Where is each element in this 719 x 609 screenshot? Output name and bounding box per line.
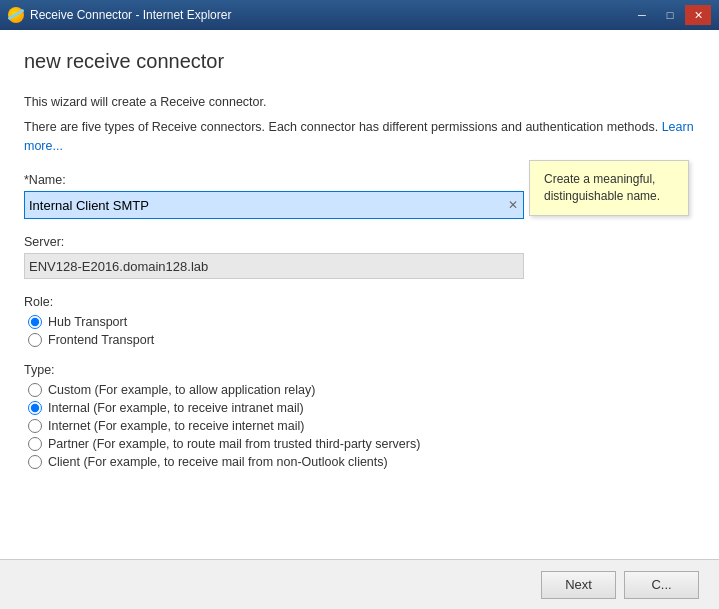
role-frontend-item[interactable]: Frontend Transport — [28, 333, 695, 347]
type-internal-label: Internal (For example, to receive intran… — [48, 401, 304, 415]
role-frontend-radio[interactable] — [28, 333, 42, 347]
type-custom-item[interactable]: Custom (For example, to allow applicatio… — [28, 383, 695, 397]
title-bar-controls: ─ □ ✕ — [629, 5, 711, 25]
server-section: Server: — [24, 235, 695, 279]
type-client-radio[interactable] — [28, 455, 42, 469]
role-label: Role: — [24, 295, 695, 309]
type-custom-radio[interactable] — [28, 383, 42, 397]
minimize-button[interactable]: ─ — [629, 5, 655, 25]
description-line2: There are five types of Receive connecto… — [24, 118, 695, 156]
window-title: Receive Connector - Internet Explorer — [30, 8, 231, 22]
cancel-button[interactable]: C... — [624, 571, 699, 599]
tooltip-text: Create a meaningful, distinguishable nam… — [544, 172, 660, 203]
ie-icon — [8, 7, 24, 23]
role-section: Role: Hub Transport Frontend Transport — [24, 295, 695, 347]
name-input-wrapper: ✕ — [24, 191, 524, 219]
content-area: new receive connector This wizard will c… — [0, 30, 719, 559]
type-partner-radio[interactable] — [28, 437, 42, 451]
maximize-button[interactable]: □ — [657, 5, 683, 25]
type-label: Type: — [24, 363, 695, 377]
name-input[interactable] — [24, 191, 524, 219]
type-client-item[interactable]: Client (For example, to receive mail fro… — [28, 455, 695, 469]
clear-button[interactable]: ✕ — [506, 196, 520, 214]
role-hub-label: Hub Transport — [48, 315, 127, 329]
description-line1: This wizard will create a Receive connec… — [24, 93, 695, 112]
next-button[interactable]: Next — [541, 571, 616, 599]
server-input — [24, 253, 524, 279]
role-radio-group: Hub Transport Frontend Transport — [28, 315, 695, 347]
title-bar-left: Receive Connector - Internet Explorer — [8, 7, 231, 23]
title-bar: Receive Connector - Internet Explorer ─ … — [0, 0, 719, 30]
type-internal-radio[interactable] — [28, 401, 42, 415]
type-partner-item[interactable]: Partner (For example, to route mail from… — [28, 437, 695, 451]
close-button[interactable]: ✕ — [685, 5, 711, 25]
type-custom-label: Custom (For example, to allow applicatio… — [48, 383, 315, 397]
tooltip-box: Create a meaningful, distinguishable nam… — [529, 160, 689, 216]
role-frontend-label: Frontend Transport — [48, 333, 154, 347]
type-section: Type: Custom (For example, to allow appl… — [24, 363, 695, 469]
role-hub-radio[interactable] — [28, 315, 42, 329]
description-text2: There are five types of Receive connecto… — [24, 120, 658, 134]
type-partner-label: Partner (For example, to route mail from… — [48, 437, 420, 451]
type-internet-label: Internet (For example, to receive intern… — [48, 419, 304, 433]
type-internet-item[interactable]: Internet (For example, to receive intern… — [28, 419, 695, 433]
type-radio-group: Custom (For example, to allow applicatio… — [28, 383, 695, 469]
server-label: Server: — [24, 235, 695, 249]
type-client-label: Client (For example, to receive mail fro… — [48, 455, 388, 469]
type-internet-radio[interactable] — [28, 419, 42, 433]
type-internal-item[interactable]: Internal (For example, to receive intran… — [28, 401, 695, 415]
page-title: new receive connector — [24, 50, 695, 73]
role-hub-item[interactable]: Hub Transport — [28, 315, 695, 329]
main-window: new receive connector This wizard will c… — [0, 30, 719, 609]
footer: Next C... — [0, 559, 719, 609]
